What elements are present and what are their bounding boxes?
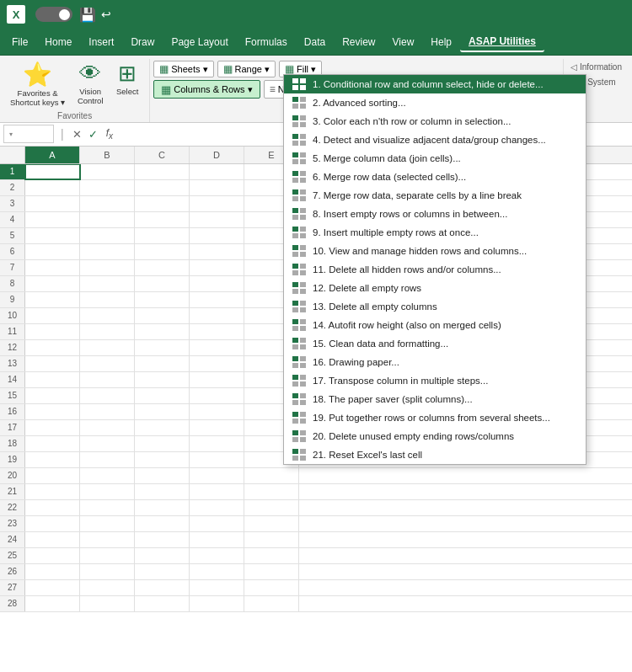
cell[interactable] <box>135 340 190 355</box>
list-item[interactable]: 12. Delete all empty rows <box>284 279 586 297</box>
menu-review[interactable]: Review <box>334 33 383 51</box>
list-item[interactable]: 14. Autofit row height (also on merged c… <box>284 316 586 334</box>
cell[interactable] <box>25 548 80 563</box>
cell[interactable] <box>25 372 80 387</box>
cell[interactable] <box>190 212 244 227</box>
cancel-formula-icon[interactable]: ✕ <box>71 128 83 141</box>
cell[interactable] <box>244 580 299 595</box>
information-btn[interactable]: ◁ Information <box>567 61 625 73</box>
cell[interactable] <box>190 436 244 451</box>
cell[interactable] <box>80 484 135 499</box>
cell[interactable] <box>135 500 190 515</box>
confirm-formula-icon[interactable]: ✓ <box>87 128 99 141</box>
list-item[interactable]: 13. Delete all empty columns <box>284 297 586 316</box>
range-dropdown[interactable]: ▦ Range ▾ <box>217 61 276 77</box>
row-number[interactable]: 5 <box>0 228 25 243</box>
list-item[interactable]: 5. Merge column data (join cells)... <box>284 149 586 168</box>
cell[interactable] <box>25 228 80 243</box>
cell[interactable] <box>135 484 190 499</box>
row-number[interactable]: 10 <box>0 308 25 323</box>
cell[interactable] <box>190 260 244 275</box>
cell[interactable] <box>25 596 80 611</box>
cell[interactable] <box>80 276 135 291</box>
cell[interactable] <box>244 484 299 499</box>
cell[interactable] <box>80 500 135 515</box>
cell[interactable] <box>135 372 190 387</box>
cell[interactable] <box>244 516 299 531</box>
cell[interactable] <box>135 212 190 227</box>
cell[interactable] <box>80 580 135 595</box>
list-item[interactable]: 6. Merge row data (selected cells)... <box>284 168 586 186</box>
row-number[interactable]: 9 <box>0 292 25 307</box>
row-number[interactable]: 17 <box>0 420 25 435</box>
cell[interactable] <box>25 420 80 435</box>
list-item[interactable]: 2. Advanced sorting... <box>284 93 586 112</box>
cell[interactable] <box>190 596 244 611</box>
cell[interactable] <box>190 180 244 195</box>
row-number[interactable]: 24 <box>0 532 25 547</box>
cell[interactable] <box>190 532 244 547</box>
list-item[interactable]: 11. Delete all hidden rows and/or column… <box>284 260 586 279</box>
cell[interactable] <box>135 516 190 531</box>
cell[interactable] <box>135 324 190 339</box>
cell[interactable] <box>80 564 135 579</box>
cell[interactable] <box>135 436 190 451</box>
cell[interactable] <box>25 340 80 355</box>
cell[interactable] <box>190 452 244 467</box>
col-header-b[interactable]: B <box>80 147 135 163</box>
columns-rows-dropdown[interactable]: ▦ Columns & Rows ▾ <box>153 80 260 99</box>
cell[interactable] <box>190 372 244 387</box>
cell[interactable] <box>190 404 244 419</box>
menu-view[interactable]: View <box>384 33 423 51</box>
cell[interactable] <box>80 420 135 435</box>
cell[interactable] <box>80 292 135 307</box>
cell[interactable] <box>135 468 190 483</box>
cell[interactable] <box>25 324 80 339</box>
cell[interactable] <box>190 292 244 307</box>
cell[interactable] <box>80 260 135 275</box>
row-number[interactable]: 26 <box>0 564 25 579</box>
cell[interactable] <box>244 500 299 515</box>
col-header-a[interactable]: A <box>25 147 80 163</box>
cell[interactable] <box>190 228 244 243</box>
cell[interactable] <box>244 596 299 611</box>
row-number[interactable]: 15 <box>0 388 25 403</box>
cell[interactable] <box>190 516 244 531</box>
cell[interactable] <box>135 228 190 243</box>
menu-pagelayout[interactable]: Page Layout <box>163 33 236 51</box>
cell[interactable] <box>25 276 80 291</box>
cell[interactable] <box>25 292 80 307</box>
cell[interactable] <box>190 580 244 595</box>
cell[interactable] <box>80 596 135 611</box>
cell[interactable] <box>135 276 190 291</box>
cell[interactable] <box>25 308 80 323</box>
list-item[interactable]: 8. Insert empty rows or columns in betwe… <box>284 205 586 223</box>
row-number[interactable]: 22 <box>0 500 25 515</box>
cell[interactable] <box>299 596 632 611</box>
cell[interactable] <box>25 212 80 227</box>
cell[interactable] <box>80 180 135 195</box>
row-number[interactable]: 21 <box>0 484 25 499</box>
autosave-toggle[interactable] <box>35 7 72 22</box>
cell[interactable] <box>25 580 80 595</box>
cell[interactable] <box>190 468 244 483</box>
cell[interactable] <box>80 244 135 259</box>
row-number[interactable]: 11 <box>0 324 25 339</box>
row-number[interactable]: 23 <box>0 516 25 531</box>
cell[interactable] <box>135 404 190 419</box>
list-item[interactable]: 4. Detect and visualize adjacent data/gr… <box>284 131 586 149</box>
menu-help[interactable]: Help <box>422 33 460 51</box>
cell[interactable] <box>80 228 135 243</box>
cell[interactable] <box>25 356 80 371</box>
cell[interactable] <box>135 196 190 211</box>
cell[interactable] <box>190 276 244 291</box>
row-number[interactable]: 20 <box>0 468 25 483</box>
list-item[interactable]: 15. Clean data and formatting... <box>284 334 586 353</box>
cell[interactable] <box>80 548 135 563</box>
row-number[interactable]: 2 <box>0 180 25 195</box>
save-icon[interactable]: 💾 <box>79 7 96 23</box>
cell[interactable] <box>135 388 190 403</box>
cell[interactable] <box>190 548 244 563</box>
menu-formulas[interactable]: Formulas <box>237 33 296 51</box>
select-button[interactable]: ⊞ Select <box>112 59 142 98</box>
